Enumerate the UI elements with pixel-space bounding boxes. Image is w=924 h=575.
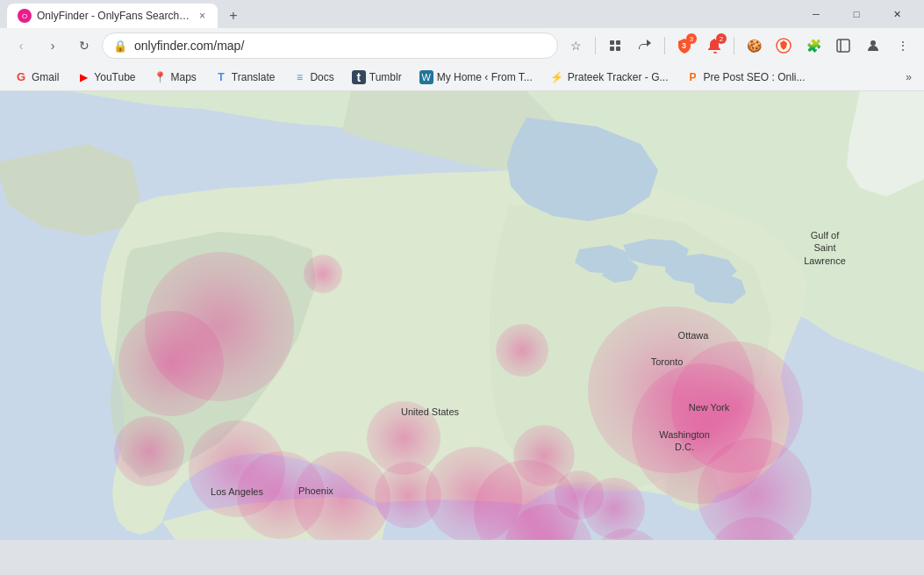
notifications-icon[interactable]: 2 — [700, 32, 728, 60]
bookmark-tumblr[interactable]: t Tumblr — [345, 68, 409, 87]
bookmark-prateek[interactable]: ⚡ Prateek Tracker - G... — [543, 68, 676, 87]
active-tab[interactable]: O OnlyFinder - OnlyFans Search Eng × — [7, 4, 218, 28]
share-icon[interactable] — [631, 32, 659, 60]
forward-button[interactable]: › — [39, 32, 67, 60]
lock-icon: 🔒 — [113, 40, 127, 53]
title-bar: O OnlyFinder - OnlyFans Search Eng × + ─… — [0, 0, 924, 28]
tab-close-button[interactable]: × — [197, 8, 207, 24]
nav-divider — [595, 37, 596, 54]
brave-shield-icon[interactable]: 3 3 — [670, 32, 698, 60]
bookmark-gmail-label: Gmail — [32, 71, 59, 83]
back-button[interactable]: ‹ — [7, 32, 35, 60]
maximize-button[interactable]: □ — [836, 0, 877, 28]
map-container[interactable]: Gulf ofSaintLawrenceUnited StatesOttawaT… — [0, 91, 924, 540]
url-text: onlyfinder.com/map/ — [134, 39, 547, 53]
bookmarks-bar: G Gmail ▶ YouTube 📍 Maps T Translate ≡ D… — [0, 63, 924, 91]
bookmark-translate-label: Translate — [232, 71, 276, 83]
bookmark-star-button[interactable]: ☆ — [562, 32, 590, 60]
bookmark-prepost[interactable]: P Pre Post SEO : Onli... — [678, 68, 812, 87]
prepost-icon: P — [685, 70, 699, 84]
window-controls: ─ □ ✕ — [796, 0, 917, 28]
myhome-icon: W — [419, 70, 433, 84]
sidebar-icon[interactable] — [829, 32, 857, 60]
translate-icon: T — [214, 70, 228, 84]
tumblr-icon: t — [352, 70, 366, 84]
tab-strip: O OnlyFinder - OnlyFans Search Eng × + — [7, 0, 246, 28]
svg-point-10 — [870, 40, 876, 46]
bookmark-prateek-label: Prateek Tracker - G... — [568, 71, 669, 83]
profile-icon[interactable] — [859, 32, 887, 60]
menu-icon[interactable]: ⋮ — [889, 32, 917, 60]
svg-rect-3 — [616, 40, 620, 45]
navigation-bar: ‹ › ↻ 🔒 onlyfinder.com/map/ ☆ 3 3 2 🍪 🧩 — [0, 28, 924, 63]
extensions-icon[interactable] — [601, 32, 629, 60]
bookmark-youtube[interactable]: ▶ YouTube — [69, 68, 142, 87]
minimize-button[interactable]: ─ — [796, 0, 836, 28]
notification-badge: 2 — [716, 33, 727, 44]
bookmark-docs-label: Docs — [310, 71, 333, 83]
maps-icon: 📍 — [154, 70, 168, 84]
svg-text:3: 3 — [682, 41, 686, 50]
nav-action-buttons: ☆ 3 3 2 🍪 🧩 ⋮ — [562, 32, 917, 60]
nav-divider3 — [734, 37, 734, 54]
bookmark-maps-label: Maps — [171, 71, 197, 83]
bookmark-maps[interactable]: 📍 Maps — [147, 68, 204, 87]
tab-strip-area: O OnlyFinder - OnlyFans Search Eng × + — [7, 0, 796, 28]
bookmark-myhome-label: My Home ‹ From T... — [437, 71, 533, 83]
bookmark-youtube-label: YouTube — [94, 71, 135, 83]
bookmarks-more-button[interactable]: » — [900, 68, 917, 86]
gmail-icon: G — [14, 70, 28, 84]
bookmark-tumblr-label: Tumblr — [369, 71, 402, 83]
svg-rect-8 — [837, 40, 849, 52]
prateek-icon: ⚡ — [550, 70, 564, 84]
tab-title: OnlyFinder - OnlyFans Search Eng — [37, 10, 192, 22]
new-tab-button[interactable]: + — [221, 4, 246, 28]
cookie-icon[interactable]: 🍪 — [740, 32, 768, 60]
bookmark-prepost-label: Pre Post SEO : Onli... — [703, 71, 805, 83]
close-button[interactable]: ✕ — [877, 0, 917, 28]
youtube-icon: ▶ — [76, 70, 90, 84]
svg-rect-5 — [616, 47, 620, 51]
bookmark-docs[interactable]: ≡ Docs — [285, 68, 340, 87]
brave-badge: 3 — [686, 33, 697, 44]
refresh-button[interactable]: ↻ — [70, 32, 98, 60]
brave-logo-icon[interactable] — [770, 32, 798, 60]
address-bar[interactable]: 🔒 onlyfinder.com/map/ — [102, 32, 558, 59]
bookmark-myhome[interactable]: W My Home ‹ From T... — [412, 68, 540, 87]
svg-text:O: O — [22, 12, 27, 20]
bookmark-gmail[interactable]: G Gmail — [7, 68, 66, 87]
tab-favicon: O — [18, 9, 32, 23]
svg-rect-2 — [610, 40, 614, 45]
puzzle-icon[interactable]: 🧩 — [799, 32, 827, 60]
svg-rect-4 — [610, 47, 614, 51]
map-svg — [0, 91, 924, 540]
docs-icon: ≡ — [292, 70, 306, 84]
nav-divider2 — [664, 37, 665, 54]
bookmark-translate[interactable]: T Translate — [207, 68, 283, 87]
